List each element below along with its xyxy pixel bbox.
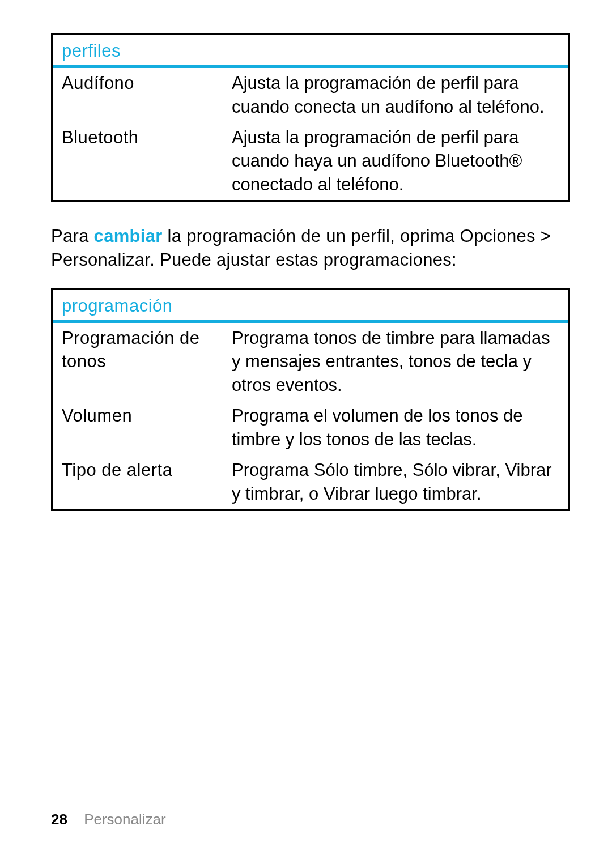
row-name: Bluetooth [62,126,232,197]
table-row: Volumen Programa el volumen de los tonos… [53,401,568,455]
table-row: Bluetooth Ajusta la programación de perf… [53,122,568,201]
row-name: Tipo de alerta [62,458,232,506]
page-number: 28 [51,811,67,828]
document-page: perfiles Audífono Ajusta la programación… [0,0,612,868]
table-perfiles: perfiles Audífono Ajusta la programación… [51,33,570,202]
section-title: Personalizar [84,811,166,828]
para-lead: Para [51,226,94,246]
row-desc: Programa Sólo timbre, Sólo vibrar, Vibra… [232,458,559,506]
row-desc: Ajusta la programación de perfil para cu… [232,71,559,119]
paragraph-change-profile: Para cambiar la programación de un perfi… [51,224,570,272]
table-programacion: programación Programación de tonos Progr… [51,288,570,511]
table-row: Tipo de alerta Programa Sólo timbre, Sól… [53,455,568,509]
row-name: Programación de tonos [62,326,232,398]
row-name: Audífono [62,71,232,119]
table-row: Audífono Ajusta la programación de perfi… [53,68,568,122]
page-footer: 28 Personalizar [51,810,166,829]
para-accent: cambiar [94,226,163,246]
row-desc: Programa tonos de timbre para llamadas y… [232,326,559,398]
row-desc: Programa el volumen de los tonos de timb… [232,404,559,452]
row-name: Volumen [62,404,232,452]
table-row: Programación de tonos Programa tonos de … [53,323,568,401]
row-desc: Ajusta la programación de perfil para cu… [232,126,559,197]
table-perfiles-header: perfiles [53,35,568,68]
table-programacion-header: programación [53,290,568,323]
